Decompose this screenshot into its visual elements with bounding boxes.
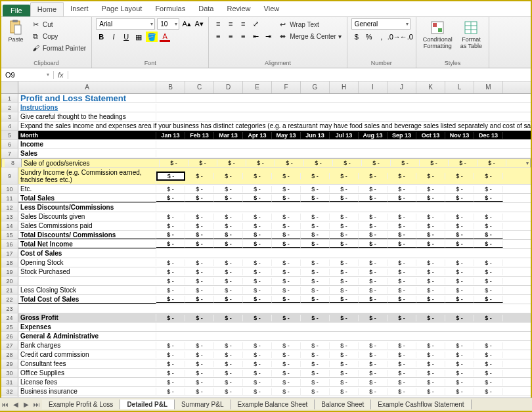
- cell[interactable]: $ -: [416, 195, 445, 202]
- row-header[interactable]: 15: [1, 231, 18, 239]
- cell[interactable]: $ -: [243, 240, 272, 248]
- row-header[interactable]: 7: [1, 149, 18, 158]
- cell[interactable]: $ -: [243, 287, 272, 294]
- cell[interactable]: $ -: [301, 223, 330, 229]
- cell[interactable]: $ -: [188, 160, 217, 166]
- table-row[interactable]: 32Business insurance$ -$ -$ -$ -$ -$ -$ …: [1, 387, 531, 396]
- cell[interactable]: $ -: [272, 223, 301, 229]
- cell[interactable]: $ -: [359, 260, 388, 266]
- cell[interactable]: $ -: [359, 388, 388, 395]
- cell[interactable]: $ -: [474, 214, 503, 220]
- indent-increase-icon[interactable]: ⇥: [263, 31, 273, 41]
- sheet-tab[interactable]: Balance Sheet: [315, 400, 371, 409]
- cell[interactable]: $ -: [416, 173, 445, 179]
- cell[interactable]: $ -: [156, 315, 185, 321]
- cell[interactable]: $ -: [388, 287, 416, 294]
- cell[interactable]: $ -: [330, 269, 359, 275]
- table-row[interactable]: 25Expenses: [1, 323, 531, 332]
- cell[interactable]: $ -: [330, 186, 359, 193]
- cell[interactable]: $ -: [272, 361, 301, 367]
- cell[interactable]: $ -: [156, 388, 185, 395]
- cell[interactable]: $ -: [474, 231, 503, 239]
- cell[interactable]: $ -: [416, 214, 445, 220]
- table-row[interactable]: 17Cost of Sales: [1, 249, 531, 258]
- cell[interactable]: $ -: [243, 342, 272, 349]
- cell[interactable]: $ -: [388, 195, 416, 202]
- cell[interactable]: $ -: [333, 160, 362, 166]
- cell[interactable]: $ -: [359, 352, 388, 358]
- cell[interactable]: $ -: [445, 240, 474, 248]
- cell[interactable]: $ -: [416, 315, 445, 321]
- cell[interactable]: $ -: [214, 361, 243, 367]
- cell[interactable]: $ -: [416, 278, 445, 285]
- cell[interactable]: $ -: [243, 370, 272, 377]
- cell[interactable]: $ -: [474, 269, 503, 275]
- cell[interactable]: $ -: [185, 195, 214, 202]
- table-row[interactable]: 27Bank charges$ -$ -$ -$ -$ -$ -$ -$ -$ …: [1, 341, 531, 350]
- cell[interactable]: $ -: [330, 370, 359, 377]
- cell[interactable]: $ -: [301, 342, 330, 349]
- cell[interactable]: Less Discounts/Commissions: [18, 204, 156, 211]
- cell[interactable]: $ -: [272, 214, 301, 220]
- row-header[interactable]: 20: [1, 277, 18, 285]
- cell[interactable]: Etc.: [18, 185, 156, 193]
- cell[interactable]: $ -: [359, 186, 388, 193]
- cell[interactable]: $ -: [214, 287, 243, 294]
- cell[interactable]: $ -: [330, 173, 359, 179]
- table-row[interactable]: 14Sales Commissions paid$ -$ -$ -$ -$ -$…: [1, 221, 531, 231]
- cell[interactable]: $ -: [243, 388, 272, 395]
- cell[interactable]: $ -: [359, 214, 388, 220]
- row-header[interactable]: 17: [1, 249, 18, 258]
- cell[interactable]: $ -: [359, 173, 388, 179]
- cell[interactable]: $ -: [474, 287, 503, 294]
- sheet-tab[interactable]: Example Balance Sheet: [231, 400, 315, 409]
- cell[interactable]: $ -: [359, 223, 388, 229]
- cell[interactable]: Total Cost of Sales: [18, 296, 156, 304]
- tab-data[interactable]: Data: [192, 2, 220, 16]
- cell[interactable]: Give careful thought to the headings: [18, 113, 156, 120]
- cell[interactable]: $ -: [445, 231, 474, 239]
- cell[interactable]: $ -: [445, 296, 474, 303]
- table-row[interactable]: 18Opening Stock$ -$ -$ -$ -$ -$ -$ -$ -$…: [1, 258, 531, 267]
- cell[interactable]: $ -: [301, 195, 330, 202]
- cell[interactable]: $ -: [474, 278, 503, 285]
- table-row[interactable]: 28Credit card commission$ -$ -$ -$ -$ -$…: [1, 350, 531, 359]
- row-header[interactable]: 24: [1, 313, 18, 322]
- table-row[interactable]: 6Income: [1, 140, 531, 149]
- row-header[interactable]: 12: [1, 203, 18, 212]
- cell[interactable]: $ -: [160, 160, 188, 166]
- increase-decimal-icon[interactable]: .0→: [389, 32, 399, 42]
- row-header[interactable]: 6: [1, 140, 18, 149]
- row-header[interactable]: 13: [1, 212, 18, 221]
- cell[interactable]: $ -: [214, 240, 243, 248]
- cell[interactable]: $ -: [304, 160, 333, 166]
- cell[interactable]: Mar 13: [214, 132, 243, 139]
- cell[interactable]: Total Net Income: [18, 240, 156, 248]
- cell[interactable]: $ -: [416, 296, 445, 303]
- row-header[interactable]: 18: [1, 258, 18, 267]
- cell[interactable]: $ -: [156, 361, 185, 367]
- bold-button[interactable]: B: [96, 32, 106, 42]
- cell[interactable]: $ -: [474, 379, 503, 386]
- row-header[interactable]: 5: [1, 131, 18, 139]
- cell[interactable]: $ -: [445, 260, 474, 266]
- font-size-select[interactable]: 10: [157, 18, 179, 30]
- cell[interactable]: $ -: [214, 231, 243, 239]
- cell[interactable]: $ -: [359, 231, 388, 239]
- cell[interactable]: $ -: [391, 160, 420, 166]
- cell[interactable]: $ -: [359, 296, 388, 303]
- cell[interactable]: $ -: [416, 388, 445, 395]
- cell[interactable]: $ -: [301, 352, 330, 358]
- cell[interactable]: $ -: [388, 296, 416, 303]
- cell[interactable]: $ -: [445, 342, 474, 349]
- cell[interactable]: Aug 13: [359, 132, 388, 139]
- select-all-corner[interactable]: [1, 81, 18, 93]
- cell[interactable]: $ -: [243, 186, 272, 193]
- tab-formulas[interactable]: Formulas: [148, 2, 192, 16]
- sheet-nav-first[interactable]: ⏮: [0, 401, 11, 408]
- cell[interactable]: Sales Commissions paid: [18, 222, 156, 229]
- cell[interactable]: $ -: [445, 352, 474, 358]
- table-row[interactable]: 30Office Supplies$ -$ -$ -$ -$ -$ -$ -$ …: [1, 369, 531, 378]
- row-header[interactable]: 25: [1, 323, 18, 331]
- cell[interactable]: $ -: [388, 315, 416, 321]
